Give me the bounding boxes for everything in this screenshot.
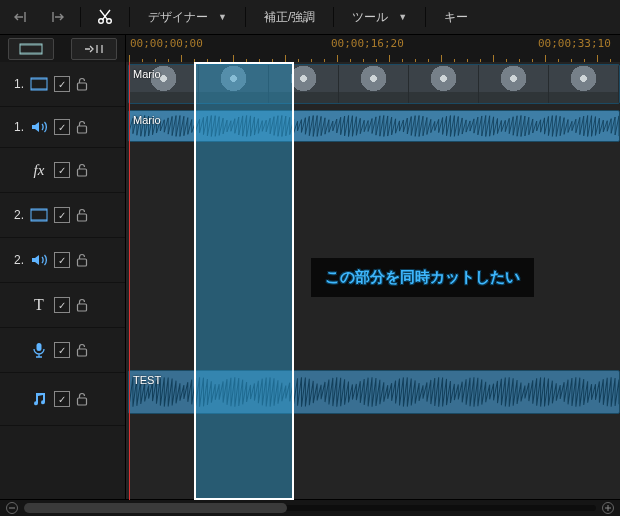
track-lane-mic[interactable] (126, 322, 620, 367)
menu-correction[interactable]: 補正/強調 (256, 5, 323, 29)
clip[interactable]: TEST (128, 370, 620, 414)
fx-icon: fx (30, 161, 48, 179)
horizontal-scrollbar (0, 499, 620, 516)
svg-rect-16 (78, 304, 87, 311)
clip[interactable]: Mario (128, 64, 620, 104)
menu-label: ツール (352, 9, 388, 26)
ruler-stamp: 00;00;16;20 (331, 37, 404, 50)
track-header-video: 1.✓ (0, 62, 125, 107)
time-ruler-row: 00;00;00;00 00;00;16;20 00;00;33;10 (0, 35, 620, 64)
clip[interactable]: Mario (128, 110, 620, 142)
annotation-text: この部分を同時カットしたい (311, 258, 534, 297)
tool-select-left-icon[interactable] (8, 4, 36, 30)
scroll-track[interactable] (24, 505, 596, 511)
chevron-down-icon: ▼ (398, 12, 407, 22)
track-lock-toggle[interactable] (76, 343, 88, 357)
track-header-video: 2.✓ (0, 193, 125, 238)
svg-rect-7 (31, 88, 47, 90)
title-icon: T (30, 296, 48, 314)
track-number: 2. (8, 253, 24, 267)
ruler-stamp: 00;00;33;10 (538, 37, 611, 50)
svg-rect-13 (31, 219, 47, 221)
clip-label: TEST (133, 374, 161, 386)
clip-label: Mario (133, 114, 161, 126)
track-visible-toggle[interactable]: ✓ (54, 76, 70, 92)
track-number: 1. (8, 77, 24, 91)
music-icon (30, 390, 48, 408)
svg-rect-18 (78, 349, 87, 356)
audio-icon (30, 118, 48, 136)
track-lane-music[interactable]: TEST (126, 366, 620, 419)
track-lock-toggle[interactable] (76, 392, 88, 406)
track-headers: 1.✓1.✓fx✓2.✓2.✓T✓✓✓ (0, 62, 126, 500)
track-lane-video[interactable] (126, 190, 620, 235)
scroll-thumb[interactable] (24, 503, 287, 513)
svg-rect-8 (78, 83, 87, 90)
menu-label: デザイナー (148, 9, 208, 26)
track-visible-toggle[interactable]: ✓ (54, 162, 70, 178)
video-icon (30, 206, 48, 224)
menu-designer[interactable]: デザイナー ▼ (140, 5, 235, 29)
track-lane-audio[interactable]: Mario (126, 106, 620, 147)
svg-rect-14 (78, 214, 87, 221)
zoom-out-button[interactable] (6, 502, 18, 514)
mic-icon (30, 341, 48, 359)
track-header-fx: fx✓ (0, 148, 125, 193)
clip-thumbnails (129, 65, 619, 103)
split-button[interactable] (91, 4, 119, 30)
track-header-music: ✓ (0, 373, 125, 426)
timeline-area: 1.✓1.✓fx✓2.✓2.✓T✓✓✓ この部分を同時カットしたい MarioM… (0, 62, 620, 500)
track-header-mic: ✓ (0, 328, 125, 373)
track-lock-toggle[interactable] (76, 253, 88, 267)
track-visible-toggle[interactable]: ✓ (54, 391, 70, 407)
mode-filmstrip-button[interactable] (8, 38, 54, 60)
track-visible-toggle[interactable]: ✓ (54, 297, 70, 313)
playhead[interactable] (129, 62, 130, 500)
video-icon (30, 75, 48, 93)
track-lane-fx[interactable] (126, 146, 620, 191)
track-lock-toggle[interactable] (76, 298, 88, 312)
menu-tools[interactable]: ツール ▼ (344, 5, 415, 29)
track-header-audio: 2.✓ (0, 238, 125, 283)
svg-rect-3 (20, 44, 42, 46)
time-ruler[interactable]: 00;00;00;00 00;00;16;20 00;00;33;10 (126, 35, 620, 63)
track-visible-toggle[interactable]: ✓ (54, 119, 70, 135)
svg-point-1 (107, 19, 112, 24)
svg-rect-9 (78, 126, 87, 133)
clip-label: Mario (133, 68, 161, 80)
svg-rect-4 (20, 52, 42, 54)
menu-label: キー (444, 9, 468, 26)
track-lock-toggle[interactable] (76, 120, 88, 134)
track-visible-toggle[interactable]: ✓ (54, 342, 70, 358)
track-header-title: T✓ (0, 283, 125, 328)
menu-label: 補正/強調 (264, 9, 315, 26)
track-lock-toggle[interactable] (76, 77, 88, 91)
svg-rect-12 (31, 209, 47, 211)
mode-snap-button[interactable] (71, 38, 117, 60)
track-lanes[interactable]: この部分を同時カットしたい MarioMarioTEST (126, 62, 620, 500)
waveform (129, 111, 619, 141)
track-visible-toggle[interactable]: ✓ (54, 207, 70, 223)
ruler-left-controls (0, 35, 126, 63)
svg-point-0 (99, 19, 104, 24)
svg-rect-10 (78, 169, 87, 176)
svg-rect-6 (31, 78, 47, 80)
menu-key[interactable]: キー (436, 5, 468, 29)
track-visible-toggle[interactable]: ✓ (54, 252, 70, 268)
waveform (129, 371, 619, 413)
svg-rect-15 (78, 259, 87, 266)
tool-select-right-icon[interactable] (42, 4, 70, 30)
zoom-in-button[interactable] (602, 502, 614, 514)
audio-icon (30, 251, 48, 269)
track-header-audio: 1.✓ (0, 107, 125, 148)
track-lane-video[interactable]: Mario (126, 62, 620, 107)
track-lock-toggle[interactable] (76, 163, 88, 177)
track-number: 1. (8, 120, 24, 134)
svg-rect-17 (37, 343, 42, 351)
top-toolbar: デザイナー ▼ 補正/強調 ツール ▼ キー (0, 0, 620, 35)
ruler-stamp: 00;00;00;00 (130, 37, 203, 50)
svg-rect-19 (78, 398, 87, 405)
track-lock-toggle[interactable] (76, 208, 88, 222)
track-number: 2. (8, 208, 24, 222)
chevron-down-icon: ▼ (218, 12, 227, 22)
